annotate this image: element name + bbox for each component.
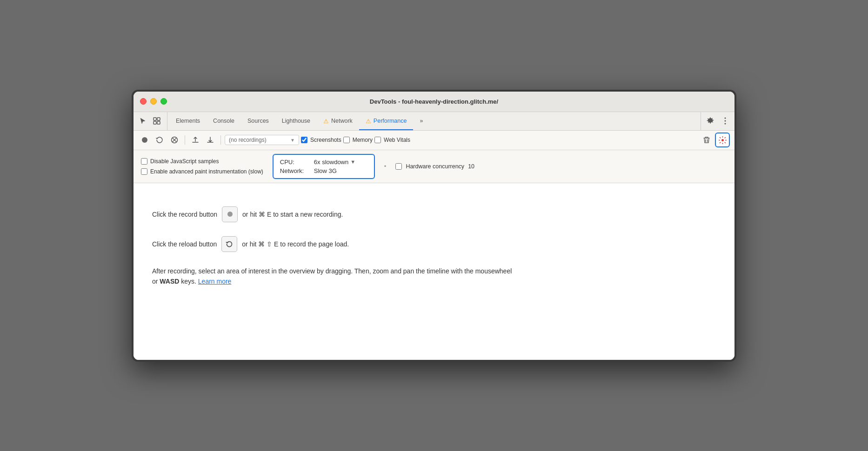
web-vitals-checkbox[interactable] [374,137,381,143]
tab-bar-right-icons [701,112,732,130]
cpu-value[interactable]: 6x slowdown ▼ [314,159,355,166]
reload-record-button[interactable] [153,133,166,146]
learn-more-link[interactable]: Learn more [198,278,232,285]
capture-settings-button[interactable] [715,133,730,147]
tab-network[interactable]: ⚠ Network [317,112,359,130]
maximize-button[interactable] [160,98,167,105]
cpu-network-box: CPU: 6x slowdown ▼ Network: Slow 3G [273,154,375,179]
svg-point-6 [725,123,726,125]
delete-recordings-button[interactable] [700,133,713,146]
advanced-paint-checkbox[interactable] [141,168,147,175]
svg-rect-2 [154,121,156,124]
devtools-content: DevTools - foul-heavenly-direction.glitc… [134,92,734,360]
recordings-value: (no recordings) [229,137,267,143]
clear-button[interactable] [168,133,181,146]
record-inline-icon [222,206,238,222]
tab-sources[interactable]: Sources [241,112,275,130]
web-vitals-checkbox-label[interactable]: Web Vitals [374,137,410,143]
devtools-window: DevTools - foul-heavenly-direction.glitc… [132,90,736,362]
svg-point-4 [725,118,726,119]
instruction-after: After recording, select an area of inter… [152,266,515,287]
cpu-dropdown-arrow: ▼ [350,159,355,165]
recordings-dropdown[interactable]: (no recordings) ▼ [225,135,299,145]
upload-button[interactable] [189,133,202,146]
tab-performance[interactable]: ⚠ Performance [359,112,414,130]
tab-lighthouse[interactable]: Lighthouse [275,112,317,130]
disable-js-label[interactable]: Disable JavaScript samples [141,158,263,165]
tab-elements[interactable]: Elements [169,112,207,130]
bullet-separator: • [384,163,387,170]
instruction-reload: Click the reload button or hit ⌘ ⇧ E to … [152,236,349,252]
svg-rect-0 [154,118,156,120]
tab-bar: Elements Console Sources Lighthouse ⚠ Ne… [134,112,734,131]
settings-checkboxes: Disable JavaScript samples Enable advanc… [141,158,263,175]
main-content: Click the record button or hit ⌘ E to st… [134,183,734,360]
instruction-record: Click the record button or hit ⌘ E to st… [152,206,343,222]
more-options-icon[interactable] [719,114,732,127]
record-button[interactable] [138,133,151,146]
tab-console[interactable]: Console [207,112,241,130]
title-bar: DevTools - foul-heavenly-direction.glitc… [134,92,734,112]
svg-rect-3 [157,121,160,124]
settings-panel: Disable JavaScript samples Enable advanc… [134,150,734,183]
tabs-list: Elements Console Sources Lighthouse ⚠ Ne… [169,112,700,130]
memory-checkbox[interactable] [343,137,350,143]
hardware-concurrency-checkbox[interactable] [395,163,402,170]
reload-inline-icon [221,236,237,252]
dropdown-arrow-icon: ▼ [290,138,295,143]
screenshots-checkbox-label[interactable]: Screenshots [301,137,341,143]
svg-point-11 [721,139,724,141]
cpu-row: CPU: 6x slowdown ▼ [280,158,367,166]
network-warning-icon: ⚠ [323,118,329,125]
close-button[interactable] [140,98,147,105]
minimize-button[interactable] [150,98,157,105]
disable-js-checkbox[interactable] [141,158,147,165]
window-title: DevTools - foul-heavenly-direction.glitc… [370,98,498,105]
settings-icon[interactable] [704,114,717,127]
performance-toolbar: (no recordings) ▼ Screenshots Memory Web… [134,131,734,150]
more-tabs-icon: » [420,118,423,124]
memory-checkbox-label[interactable]: Memory [343,137,373,143]
svg-point-7 [142,137,147,143]
separator-2 [220,135,221,145]
svg-point-12 [227,212,233,217]
advanced-paint-label[interactable]: Enable advanced paint instrumentation (s… [141,168,263,175]
traffic-lights [140,98,167,105]
inspect-icon[interactable] [150,114,163,127]
network-row: Network: Slow 3G [280,166,367,175]
tab-more[interactable]: » [413,112,429,130]
tab-bar-left-icons [136,112,167,130]
performance-warning-icon: ⚠ [366,118,371,125]
svg-rect-1 [157,118,160,120]
svg-point-5 [725,120,726,122]
screenshots-checkbox[interactable] [301,137,307,143]
separator-1 [185,135,185,145]
hardware-concurrency: Hardware concurrency 10 [395,163,477,170]
download-button[interactable] [204,133,217,146]
cursor-icon[interactable] [136,114,149,127]
